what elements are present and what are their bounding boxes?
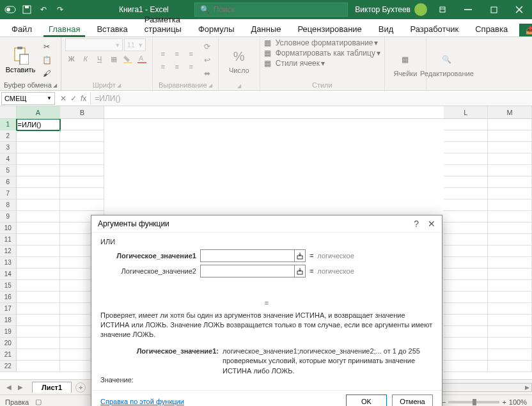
close-icon[interactable]: [506, 0, 532, 19]
cancel-button[interactable]: Отмена: [392, 394, 433, 406]
cell[interactable]: [444, 176, 488, 188]
cell[interactable]: [60, 188, 104, 199]
cell[interactable]: [488, 130, 532, 142]
fx-icon[interactable]: fx: [81, 94, 86, 103]
row-header[interactable]: 6: [0, 176, 17, 188]
cell[interactable]: [17, 211, 61, 223]
formula-input[interactable]: =ИЛИ(): [90, 92, 532, 105]
cell[interactable]: [444, 269, 488, 280]
cell[interactable]: [488, 211, 532, 223]
cell[interactable]: [488, 199, 532, 211]
cell[interactable]: [444, 326, 488, 338]
scroll-right-icon[interactable]: ▶: [522, 384, 531, 391]
add-sheet-button[interactable]: +: [75, 382, 86, 393]
cancel-formula-icon[interactable]: ✕: [60, 94, 66, 103]
arg1-input[interactable]: [201, 252, 294, 260]
macro-record-icon[interactable]: ▢: [35, 398, 42, 406]
align-bottom-icon[interactable]: ≡: [185, 48, 198, 59]
cell[interactable]: [488, 223, 532, 234]
cell[interactable]: [444, 234, 488, 246]
sheet-nav-prev[interactable]: ◀: [4, 384, 14, 391]
cell[interactable]: [488, 257, 532, 269]
cell[interactable]: [488, 165, 532, 176]
cell[interactable]: [60, 153, 104, 165]
close-icon[interactable]: ✕: [428, 219, 435, 229]
dialog-launcher-icon[interactable]: ◢: [117, 82, 121, 88]
cell[interactable]: [17, 199, 61, 211]
cell[interactable]: [17, 246, 61, 257]
dialog-launcher-icon[interactable]: ◢: [208, 82, 212, 88]
cell[interactable]: [17, 188, 61, 199]
enter-formula-icon[interactable]: ✓: [70, 94, 77, 103]
border-icon[interactable]: ▦: [107, 53, 120, 65]
font-color-icon[interactable]: A: [136, 53, 148, 65]
wrap-text-icon[interactable]: ↩: [200, 54, 214, 66]
number-format-button[interactable]: % Число: [223, 47, 256, 74]
font-size-select[interactable]: 11▾: [124, 38, 146, 51]
cell[interactable]: [60, 176, 104, 188]
cell[interactable]: [60, 142, 104, 153]
cell[interactable]: [444, 361, 488, 372]
undo-icon[interactable]: ↶: [36, 2, 51, 17]
sheet-nav-next[interactable]: ▶: [15, 384, 26, 391]
cell[interactable]: [488, 142, 532, 153]
range-select-icon[interactable]: [294, 250, 305, 262]
cell[interactable]: [488, 292, 532, 303]
tab-formulas[interactable]: Формулы: [193, 22, 240, 36]
align-right-icon[interactable]: ≡: [185, 61, 198, 72]
cells-button[interactable]: ▦Ячейки: [389, 51, 422, 77]
align-middle-icon[interactable]: ≡: [171, 48, 184, 59]
row-header[interactable]: 11: [0, 234, 17, 246]
cell[interactable]: [444, 142, 488, 153]
tab-developer[interactable]: Разработчик: [405, 22, 464, 36]
cell[interactable]: [17, 234, 61, 246]
paste-button[interactable]: Вставить: [4, 47, 37, 74]
cell[interactable]: [444, 188, 488, 199]
range-select-icon[interactable]: [294, 265, 305, 277]
tab-view[interactable]: Вид: [373, 22, 399, 36]
cell[interactable]: [17, 269, 61, 280]
editing-button[interactable]: 🔍Редактирование: [430, 51, 464, 77]
sheet-tab[interactable]: Лист1: [32, 382, 72, 393]
cell[interactable]: [17, 280, 61, 292]
row-header[interactable]: 19: [0, 326, 17, 338]
row-header[interactable]: 21: [0, 349, 17, 361]
column-header[interactable]: A: [17, 106, 61, 118]
user-account[interactable]: Виктор Бухтеев: [355, 3, 427, 16]
cell[interactable]: [488, 280, 532, 292]
ok-button[interactable]: OK: [346, 394, 387, 406]
column-header[interactable]: L: [444, 106, 488, 118]
cell[interactable]: [488, 303, 532, 315]
cell[interactable]: [444, 153, 488, 165]
cell[interactable]: [60, 165, 104, 176]
cell[interactable]: [17, 349, 61, 361]
cell[interactable]: [60, 199, 104, 211]
tab-page-layout[interactable]: Разметка страницы: [139, 12, 187, 36]
cell[interactable]: [444, 130, 488, 142]
select-all-corner[interactable]: [0, 106, 17, 118]
row-header[interactable]: 14: [0, 269, 17, 280]
cell[interactable]: [488, 315, 532, 326]
help-icon[interactable]: ?: [414, 219, 419, 229]
cell[interactable]: [444, 349, 488, 361]
row-header[interactable]: 2: [0, 130, 17, 142]
cell[interactable]: [444, 199, 488, 211]
row-header[interactable]: 16: [0, 292, 17, 303]
column-header[interactable]: B: [60, 106, 104, 118]
row-header[interactable]: 10: [0, 223, 17, 234]
cell[interactable]: [488, 338, 532, 349]
copy-icon[interactable]: 📋: [40, 54, 54, 66]
tab-home[interactable]: Главная: [43, 22, 85, 36]
tab-file[interactable]: Файл: [6, 22, 37, 36]
cell[interactable]: [444, 315, 488, 326]
row-header[interactable]: 4: [0, 153, 17, 165]
cell[interactable]: [17, 361, 61, 372]
cell[interactable]: [488, 246, 532, 257]
name-box[interactable]: СМЕЩ▼: [1, 92, 55, 105]
cell[interactable]: [17, 130, 61, 142]
cell[interactable]: =ИЛИ(): [17, 119, 61, 130]
zoom-level[interactable]: 100%: [509, 398, 527, 406]
zoom-in-icon[interactable]: +: [502, 398, 506, 406]
ribbon-options-icon[interactable]: [430, 0, 455, 19]
row-header[interactable]: 20: [0, 338, 17, 349]
